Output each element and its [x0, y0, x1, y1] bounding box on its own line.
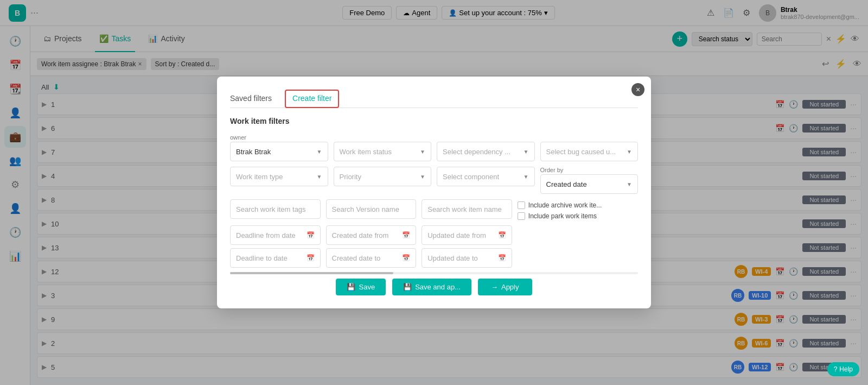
modal-close-button[interactable]: ×	[631, 83, 644, 96]
component-field: Select component ▼	[437, 167, 535, 194]
owner-field: owner Btrak Btrak ▼	[230, 134, 328, 161]
work-item-status-field: Work item status ▼	[334, 134, 432, 161]
archive-checkbox-box[interactable]	[518, 201, 525, 209]
created-from-input[interactable]: Created date from 📅	[326, 225, 417, 245]
filter-row-1: owner Btrak Btrak ▼ Work item status ▼ S…	[230, 134, 638, 161]
component-select[interactable]: Select component ▼	[437, 167, 535, 186]
updated-from-input[interactable]: Updated date from 📅	[422, 225, 512, 245]
dependency-field: Select dependency ... ▼	[437, 134, 535, 161]
checkbox-group: Include archive work ite... Include park…	[518, 199, 638, 220]
filter-row-5: Deadline to date 📅 Created date to 📅 Upd…	[230, 248, 638, 268]
save-and-apply-button[interactable]: 💾 Save and ap...	[392, 279, 471, 295]
work-item-status-select[interactable]: Work item status ▼	[334, 142, 432, 161]
calendar-icon-deadline-from: 📅	[307, 231, 315, 239]
apply-button[interactable]: → Apply	[478, 279, 532, 295]
bug-field: Select bug caused u... ▼	[540, 134, 639, 161]
order-by-select[interactable]: Created date ▼	[540, 174, 639, 194]
bug-arrow: ▼	[627, 149, 632, 155]
filter-row-2: Work item type ▼ Priority ▼ Select compo…	[230, 167, 638, 194]
search-tags-input[interactable]: Search work item tags	[230, 199, 321, 219]
save-button[interactable]: 💾 Save	[336, 279, 386, 295]
search-work-item-input[interactable]: Search work item name	[422, 199, 512, 219]
updated-to-input[interactable]: Updated date to 📅	[422, 248, 512, 268]
modal-overlay: × Saved filters Create filter Work item …	[0, 0, 868, 385]
modal-actions: 💾 Save 💾 Save and ap... → Apply	[230, 279, 638, 295]
deadline-from-input[interactable]: Deadline from date 📅	[230, 225, 321, 245]
bug-select[interactable]: Select bug caused u... ▼	[540, 142, 639, 161]
status-arrow: ▼	[420, 149, 425, 155]
owner-arrow: ▼	[317, 149, 322, 155]
tab-saved-filters[interactable]: Saved filters	[230, 90, 272, 108]
filter-row-4: Deadline from date 📅 Created date from 📅…	[230, 225, 638, 245]
save-icon: 💾	[347, 283, 355, 291]
apply-icon: →	[491, 283, 498, 291]
include-archive-checkbox[interactable]: Include archive work ite...	[518, 201, 638, 209]
filter-modal: × Saved filters Create filter Work item …	[217, 77, 651, 308]
priority-field: Priority ▼	[334, 167, 432, 194]
park-checkbox-box[interactable]	[518, 212, 525, 220]
calendar-icon-deadline-to: 📅	[307, 254, 315, 262]
scroll-thumb	[230, 272, 393, 274]
search-version-input[interactable]: Search Version name	[326, 199, 417, 219]
calendar-icon-updated-from: 📅	[498, 231, 506, 239]
created-to-input[interactable]: Created date to 📅	[326, 248, 417, 268]
dependency-select[interactable]: Select dependency ... ▼	[437, 142, 535, 161]
scroll-indicator	[230, 272, 638, 274]
work-item-type-field: Work item type ▼	[230, 167, 328, 194]
calendar-icon-updated-to: 📅	[498, 254, 506, 262]
help-button[interactable]: ? Help	[827, 362, 859, 376]
work-item-type-select[interactable]: Work item type ▼	[230, 167, 328, 186]
order-by-field: Order by Created date ▼	[540, 167, 639, 194]
modal-title: Work item filters	[230, 117, 638, 125]
dep-arrow: ▼	[524, 149, 529, 155]
help-icon: ?	[834, 365, 838, 373]
filter-row-3: Search work item tags Search Version nam…	[230, 199, 638, 220]
modal-tabs: Saved filters Create filter	[230, 90, 638, 108]
deadline-to-input[interactable]: Deadline to date 📅	[230, 248, 321, 268]
owner-select[interactable]: Btrak Btrak ▼	[230, 142, 328, 161]
tab-create-filter[interactable]: Create filter	[285, 90, 339, 108]
save-apply-icon: 💾	[403, 283, 412, 291]
priority-select[interactable]: Priority ▼	[334, 167, 432, 186]
include-park-checkbox[interactable]: Include park work items	[518, 212, 638, 220]
calendar-icon-created-from: 📅	[402, 231, 410, 239]
calendar-icon-created-to: 📅	[402, 254, 410, 262]
